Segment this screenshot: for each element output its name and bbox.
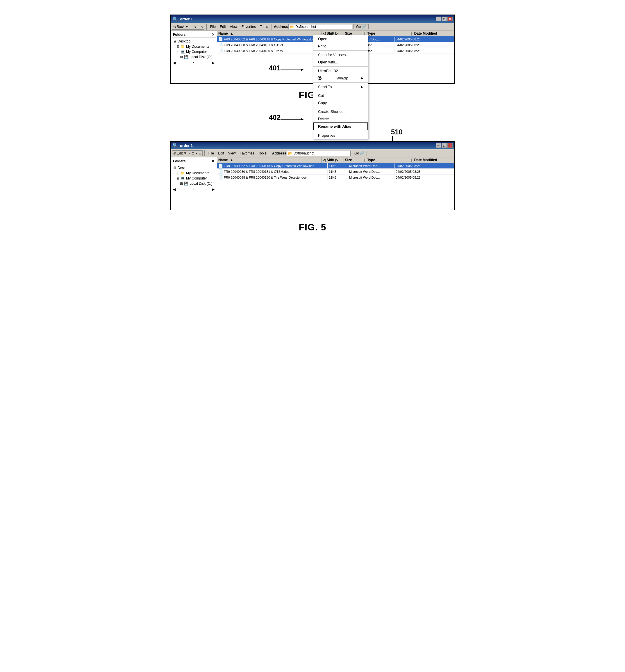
sidebar-header: Folders ✕ <box>172 32 216 38</box>
ctx-winzip[interactable]: 🗜 WinZip ▶ <box>314 74 368 82</box>
maximize-button-5[interactable]: □ <box>442 143 447 148</box>
file-row-5-1[interactable]: 📄 FR9 20040062 & FR8 20040118 & Copy Pro… <box>217 163 454 169</box>
back-dropdown-5: ▼ <box>183 151 187 155</box>
shift-col-header-5: ◁ Shift ▷ <box>322 158 344 163</box>
col-name-header-5[interactable]: Name ▲ <box>217 158 322 163</box>
ctx-copy-label: Copy <box>318 101 327 105</box>
col-date-header[interactable]: Date Modified <box>413 31 454 36</box>
file-icon-5-2: 📄 <box>218 169 223 174</box>
sidebar-item-desktop-5[interactable]: 🖥 Desktop <box>172 165 216 170</box>
ctx-sendto[interactable]: Send To ▶ <box>314 83 368 91</box>
go-button-5[interactable]: Go 🔗 <box>352 151 367 156</box>
separator1 <box>206 24 207 30</box>
ctx-divider-1 <box>314 50 368 51</box>
back-button-5[interactable]: ⊙ Edit ▼ - ⊙ - ⌂ <box>172 150 203 156</box>
col-name-header[interactable]: Name ▲ <box>217 31 322 36</box>
menu-edit-5[interactable]: Edit <box>216 151 226 156</box>
fig4-container: 🔍 order 1 ─ □ ✕ ⊙ Back ▼ - <box>170 15 455 84</box>
content-area-fig5: Folders ✕ 🖥 Desktop ⊞ 📁 My Documents <box>171 158 454 210</box>
winzip-arrow: ▶ <box>361 76 364 80</box>
menu-file[interactable]: File <box>208 24 218 29</box>
ctx-divider-6 <box>314 131 368 131</box>
file-row-5-3[interactable]: 📄 FR9 20040098 & FR8 20040180 & Tire Wea… <box>217 174 454 181</box>
address-folder-icon-5: 📂 <box>288 151 293 155</box>
ctx-print-label: Print <box>318 44 326 48</box>
close-button-5[interactable]: ✕ <box>447 143 453 148</box>
ctx-scan-label: Scan for Viruses... <box>318 53 349 57</box>
sidebar-item-localdisk[interactable]: ⊞ 💾 Local Disk (C:) <box>172 54 216 59</box>
sidebar-item-mycomputer[interactable]: ⊟ 💻 My Computer <box>172 49 216 54</box>
folders-label: Folders <box>173 32 185 37</box>
address-bar-field-5[interactable]: 📂 D:\fb\bauchot <box>286 151 351 156</box>
ctx-properties[interactable]: Properties <box>314 132 368 139</box>
ctx-openwith[interactable]: Open with... <box>314 58 368 66</box>
ctx-scan[interactable]: Scan for Viruses... <box>314 51 368 58</box>
pipe-sep-5: | <box>363 158 366 163</box>
back-icon: ⊙ <box>173 25 176 29</box>
mydocs-icon-5: 📁 <box>180 171 185 175</box>
localdisk-icon: 💾 <box>184 55 189 59</box>
minimize-button-5[interactable]: ─ <box>436 143 441 148</box>
file-icon-2: 📄 <box>218 43 223 47</box>
maximize-button[interactable]: □ <box>442 17 447 21</box>
scroll-left[interactable]: ◀ <box>173 61 176 65</box>
file-icon-3: 📄 <box>218 49 223 53</box>
address-bar-field[interactable]: 📂 D:\fb\bauchot <box>289 24 352 29</box>
scroll-right-5[interactable]: ▶ <box>212 187 215 191</box>
ctx-ultraedit[interactable]: UltraEdit-32 <box>314 67 368 74</box>
menu-view[interactable]: View <box>228 24 239 29</box>
file-name-text-5-1: FR9 20040062 & FR8 20040118 & Copy Prote… <box>224 164 314 168</box>
sep2-5 <box>270 150 270 156</box>
close-sidebar-icon-5[interactable]: ✕ <box>211 159 215 163</box>
close-button[interactable]: ✕ <box>447 17 453 21</box>
col-size-header-5[interactable]: Size <box>344 158 364 163</box>
arrow-401 <box>280 67 304 73</box>
file-row-5-2[interactable]: 📄 FR9 20040080 & FR8 20040181 & OTSM.doc… <box>217 169 454 174</box>
ctx-copy[interactable]: Copy <box>314 99 368 106</box>
sidebar-item-mycomputer-5[interactable]: ⊟ 💻 My Computer <box>172 176 216 181</box>
back-button[interactable]: ⊙ Back ▼ - ⊙ - ⌂ <box>172 24 204 30</box>
ctx-delete[interactable]: Delete <box>314 115 368 122</box>
home-icon-5: ⌂ <box>199 151 201 155</box>
sidebar-item-mydocs[interactable]: ⊞ 📁 My Documents <box>172 44 216 49</box>
menu-file-5[interactable]: File <box>207 151 216 156</box>
col-type-header[interactable]: Type <box>366 31 410 36</box>
mydocs-label-5: My Documents <box>186 171 209 175</box>
sidebar-item-desktop[interactable]: 🖥 Desktop <box>172 39 216 44</box>
expand3-icon: ⊞ <box>180 55 183 59</box>
minimize-button[interactable]: ─ <box>436 17 441 21</box>
sidebar-item-localdisk-5[interactable]: ⊞ 💾 Local Disk (C:) <box>172 181 216 186</box>
ctx-print[interactable]: Print <box>314 43 368 50</box>
desktop-icon: 🖥 <box>173 39 176 43</box>
menu-tools-5[interactable]: Tools <box>256 151 268 156</box>
sidebar-item-mydocs-5[interactable]: ⊞ 📁 My Documents <box>172 170 216 176</box>
scroll-right[interactable]: ▶ <box>212 61 215 65</box>
menu-favorites-5[interactable]: Favorites <box>238 151 256 156</box>
callout-401: 401 <box>269 64 280 72</box>
col-date-header-5[interactable]: Date Modified <box>413 158 454 163</box>
file-date-5-1: 04/02/2005 08:28 <box>395 164 438 168</box>
menu-view-5[interactable]: View <box>226 151 238 156</box>
menu-edit[interactable]: Edit <box>218 24 228 29</box>
menu-favorites[interactable]: Favorites <box>240 24 257 29</box>
file-list-header-5: Name ▲ ◁ Shift ▷ Size | <box>217 158 454 163</box>
title-bar-fig5: 🔍 order 1 ─ □ ✕ <box>171 142 454 149</box>
menu-bar-fig5: ⊙ Edit ▼ - ⊙ - ⌂ File Edit View Favorite… <box>171 149 454 158</box>
col-type-header-5[interactable]: Type <box>366 158 410 163</box>
ctx-cut[interactable]: Cut <box>314 92 368 99</box>
close-sidebar-icon[interactable]: ✕ <box>211 32 215 37</box>
file-type-5-2: Microsoft Word Doc... <box>348 169 395 174</box>
ctx-createshortcut[interactable]: Create Shortcut <box>314 108 368 115</box>
file-name-text-3: FR9 20040098 & FR8 20040180 & Tire W <box>224 49 283 53</box>
menu-tools[interactable]: Tools <box>258 24 270 29</box>
ctx-cut-label: Cut <box>318 93 324 98</box>
ctx-open[interactable]: Open <box>314 35 368 43</box>
go-icon: 🔗 <box>361 25 366 29</box>
scroll-left-5[interactable]: ◀ <box>173 187 176 191</box>
figure4-block: 🔍 order 1 ─ □ ✕ ⊙ Back ▼ - <box>15 15 610 100</box>
mycomputer-icon: 💻 <box>180 50 185 54</box>
back-arrow: ▼ <box>185 25 189 29</box>
address-label-5: Address <box>272 151 286 155</box>
ctx-rename-alias[interactable]: Rename with Alias <box>314 122 368 130</box>
go-button[interactable]: Go 🔗 <box>353 24 369 29</box>
